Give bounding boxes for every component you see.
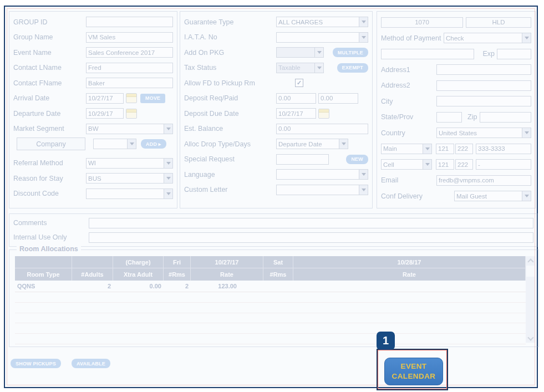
cell-adults: 2 [72, 281, 113, 292]
contact-fname-input[interactable] [86, 78, 173, 88]
state-input[interactable] [436, 112, 462, 123]
state-label: State/Prov [381, 113, 436, 121]
tax-status-dropdown: Taxable [276, 63, 324, 73]
custom-letter-row: Custom Letter [180, 182, 372, 198]
new-request-button[interactable]: NEW [346, 155, 368, 164]
exempt-button[interactable]: EXEMPT [337, 63, 368, 73]
reason-for-stay-row: Reason for Stay BUS [9, 171, 177, 186]
multiple-button[interactable]: MULTIPLE [333, 48, 368, 57]
chevron-down-icon[interactable] [423, 144, 432, 154]
reason-for-stay-dropdown[interactable]: BUS [86, 173, 173, 184]
discount-code-dropdown[interactable] [86, 189, 173, 199]
market-segment-row: Market Segment BW [9, 121, 177, 137]
country-dropdown[interactable]: United States [436, 128, 531, 138]
email-input[interactable] [436, 175, 531, 186]
company-dropdown[interactable] [93, 139, 136, 149]
event-calendar-button[interactable]: EVENT CALENDAR [384, 358, 443, 385]
payment-method-label: Method of Payment [381, 34, 444, 42]
chevron-down-icon[interactable] [359, 185, 368, 195]
cell-room-type: QQNS [15, 281, 72, 292]
chevron-down-icon[interactable] [127, 139, 136, 149]
chevron-down-icon[interactable] [164, 124, 173, 134]
show-pickups-button[interactable]: SHOW PICKUPS [11, 359, 61, 368]
room-allocations-table: (Charge) Fri 10/27/17 Sat 10/28/17 Room … [15, 256, 535, 343]
phone1-area-input[interactable] [436, 144, 454, 154]
tax-status-row: Tax Status Taxable EXEMPT [180, 60, 372, 76]
chevron-down-icon[interactable] [522, 33, 531, 43]
internal-use-input[interactable] [89, 232, 533, 243]
language-dropdown[interactable] [276, 169, 368, 180]
iata-dropdown[interactable] [276, 32, 368, 43]
phone2-type-dropdown[interactable]: Cell [381, 159, 432, 170]
chevron-down-icon[interactable] [164, 158, 173, 169]
move-button[interactable]: MOVE [140, 94, 165, 103]
deposit-due-input[interactable] [276, 108, 316, 119]
scroll-down-button[interactable] [526, 334, 535, 343]
departure-date-input[interactable] [86, 108, 124, 119]
company-value [93, 139, 127, 149]
header-cell-rate-fri: Rate [191, 268, 263, 281]
event-name-input[interactable] [86, 47, 173, 58]
departure-date-row: Departure Date [9, 106, 177, 121]
chevron-down-icon[interactable] [164, 189, 173, 199]
scroll-up-button[interactable] [526, 256, 535, 265]
header-cell-date1: 10/27/17 [191, 256, 263, 268]
chevron-down-icon[interactable] [359, 17, 368, 27]
phone2-prefix-input[interactable] [455, 159, 473, 170]
referral-method-dropdown[interactable]: WI [86, 158, 173, 169]
group-name-label: Group Name [13, 33, 86, 41]
group-name-input[interactable] [86, 32, 173, 43]
chevron-down-icon[interactable] [359, 32, 368, 43]
add-company-button[interactable]: ADD ▸ [141, 139, 166, 149]
special-request-input[interactable] [276, 154, 329, 165]
deposit-required-input[interactable] [276, 93, 316, 104]
address1-input[interactable] [436, 64, 531, 75]
address2-input[interactable] [436, 80, 531, 91]
calendar-icon[interactable] [126, 109, 137, 119]
chevron-down-icon[interactable] [339, 139, 348, 149]
alloc-drop-dropdown[interactable]: Departure Date [276, 139, 348, 149]
event-name-label: Event Name [13, 49, 86, 57]
phone2-number-input[interactable] [476, 159, 531, 170]
comments-input[interactable] [89, 218, 533, 228]
card-number-input[interactable] [381, 49, 474, 59]
alloc-drop-row: Alloc Drop Type/Days Departure Date [180, 136, 372, 152]
language-value [276, 169, 359, 180]
payment-method-dropdown[interactable]: Check [444, 33, 531, 43]
group-booking-window: GROUP ID Group Name Event Name Contact L… [4, 6, 538, 388]
zip-label: Zip [467, 113, 477, 121]
chevron-down-icon[interactable] [359, 169, 368, 180]
company-button[interactable]: Company [17, 138, 85, 150]
group-id-input[interactable] [86, 17, 173, 27]
phone1-type-dropdown[interactable]: Main [381, 144, 432, 154]
chevron-down-icon[interactable] [164, 173, 173, 184]
guarantee-type-label: Guarantee Type [184, 18, 276, 26]
table-scrollbar[interactable] [526, 256, 535, 343]
chevron-down-icon[interactable] [522, 191, 531, 201]
guarantee-type-dropdown[interactable]: ALL CHARGES [276, 17, 368, 27]
calendar-icon[interactable] [318, 109, 329, 119]
custom-letter-label: Custom Letter [184, 186, 276, 194]
calendar-icon[interactable] [126, 93, 137, 103]
header-cell-date2: 10/28/17 [293, 256, 526, 268]
available-button[interactable]: AVAILABLE [72, 359, 110, 368]
contact-lname-label: Contact LName [13, 64, 86, 72]
deposit-paid-input[interactable] [318, 93, 358, 104]
table-row[interactable]: QQNS 2 0.00 2 123.00 [15, 281, 526, 292]
phone1-number-input[interactable] [476, 144, 531, 154]
city-input[interactable] [436, 96, 531, 106]
market-segment-dropdown[interactable]: BW [86, 124, 173, 134]
chevron-down-icon[interactable] [522, 128, 531, 138]
custom-letter-dropdown[interactable] [276, 185, 368, 195]
conf-delivery-dropdown[interactable]: Mail Guest [454, 191, 531, 201]
exp-input[interactable] [497, 49, 531, 59]
chevron-down-icon[interactable] [423, 159, 432, 170]
zip-input[interactable] [480, 112, 531, 123]
allow-fd-checkbox[interactable]: ✓ [295, 79, 303, 87]
market-segment-label: Market Segment [13, 125, 86, 133]
phone2-area-input[interactable] [436, 159, 454, 170]
phone1-prefix-input[interactable] [455, 144, 473, 154]
arrival-date-input[interactable] [86, 93, 124, 104]
scrollbar-thumb[interactable] [526, 266, 535, 277]
contact-lname-input[interactable] [86, 63, 173, 73]
